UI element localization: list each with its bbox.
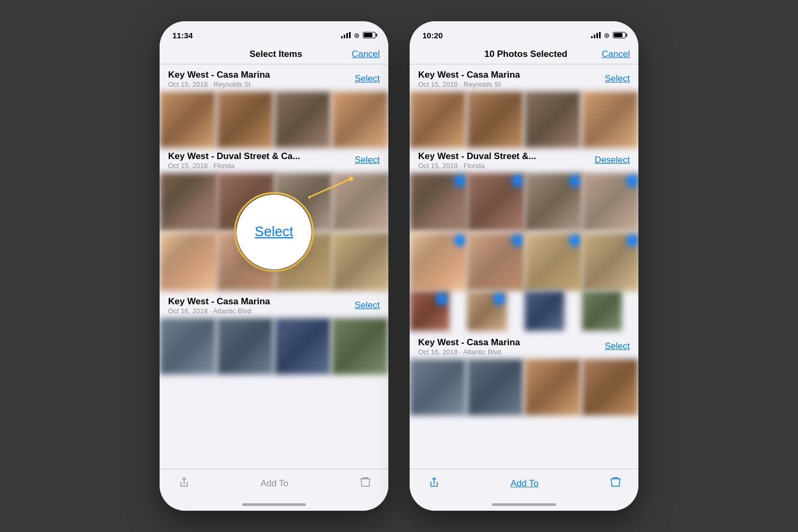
photo-cell	[160, 318, 216, 375]
photo-grid-2a	[410, 92, 638, 145]
status-time-1: 11:34	[172, 31, 193, 40]
callout-select-text[interactable]: Select	[255, 223, 293, 240]
photo-cell[interactable]: ✓	[410, 291, 450, 331]
album-row-2b: Key West - Duval Street &... Oct 15, 201…	[410, 146, 638, 173]
photo-cell	[160, 232, 218, 291]
photo-cell[interactable]: ✓	[525, 173, 583, 231]
nav-title-2: 10 Photos Selected	[485, 49, 568, 60]
signal-icon-2	[591, 32, 601, 38]
album-name-2c: Key West - Casa Marina	[418, 337, 520, 348]
album-row-2c: Key West - Casa Marina Oct 16, 2018 · At…	[410, 332, 638, 359]
album-date-2a: Oct 15, 2018 · Reynolds St	[418, 80, 520, 88]
album-name-1b: Key West - Duval Street & Ca...	[168, 151, 300, 162]
delete-icon-2[interactable]	[610, 476, 621, 492]
album-date-2b: Oct 15, 2018 · Florida	[418, 162, 536, 170]
add-to-button-1[interactable]: Add To	[261, 478, 289, 489]
album-name-2a: Key West - Casa Marina	[418, 70, 520, 80]
photo-cell[interactable]: ✓	[467, 173, 526, 231]
photo-cell[interactable]: ✓	[582, 232, 638, 291]
photo-cell	[410, 92, 466, 148]
photo-cell	[525, 92, 581, 148]
photo-cell	[410, 359, 466, 415]
photo-cell	[467, 92, 523, 148]
photo-cell	[332, 92, 388, 148]
select-button-1c[interactable]: Select	[355, 300, 380, 311]
cancel-button-2[interactable]: Cancel	[602, 49, 630, 60]
photo-grid-1a	[160, 92, 388, 145]
select-button-2c[interactable]: Select	[605, 341, 630, 352]
check-badge: ✓	[493, 293, 505, 305]
delete-icon-1[interactable]	[360, 476, 371, 492]
photo-cell[interactable]: ✓	[410, 232, 468, 291]
share-icon-2[interactable]	[427, 476, 439, 492]
photo-cell	[525, 359, 581, 415]
photo-cell	[467, 359, 523, 415]
check-badge: ✓	[512, 235, 523, 246]
photo-cell	[275, 92, 331, 148]
check-badge: ✓	[436, 293, 447, 305]
check-badge: ✓	[454, 235, 466, 246]
album-row-2a: Key West - Casa Marina Oct 15, 2018 · Re…	[410, 64, 638, 92]
photo-section-1b: Select	[160, 173, 388, 291]
wifi-icon-1: ⊛	[354, 31, 360, 39]
status-icons-2: ⊛	[591, 31, 626, 39]
check-badge: ✓	[569, 175, 581, 187]
status-bar-2: 10:20 ⊛	[410, 21, 638, 45]
photo-cell	[275, 318, 331, 375]
callout-circle-outer: Select	[234, 192, 314, 272]
album-date-2c: Oct 16, 2018 · Atlantic Blvd	[418, 348, 520, 356]
bottom-toolbar-1: Add To	[160, 469, 388, 498]
check-badge: ✓	[569, 235, 581, 246]
select-button-1b[interactable]: Select	[355, 155, 380, 165]
phone-1: 11:34 ⊛ Select Items Cancel Key West - C…	[160, 21, 388, 511]
photo-cell[interactable]: ✓	[467, 232, 526, 291]
status-icons-1: ⊛	[341, 31, 376, 39]
status-time-2: 10:20	[422, 31, 443, 40]
photo-cell[interactable]: ✓	[410, 173, 468, 231]
photo-cell	[217, 92, 273, 148]
photo-grid-1c	[160, 318, 388, 393]
select-callout: Select	[234, 192, 314, 272]
bottom-toolbar-2: Add To	[410, 469, 638, 498]
phone-2: 10:20 ⊛ 10 Photos Selected Cancel Key We…	[410, 21, 638, 511]
photo-cell	[160, 92, 216, 148]
album-row-1b: Key West - Duval Street & Ca... Oct 15, …	[160, 146, 388, 173]
album-date-1b: Oct 15, 2018 · Florida	[168, 162, 300, 170]
album-row-1a: Key West - Casa Marina Oct 15, 2018 · Re…	[160, 64, 388, 92]
photo-cell	[217, 318, 273, 375]
photo-cell	[525, 291, 564, 331]
photo-cell[interactable]: ✓	[467, 291, 507, 331]
photo-cell[interactable]: ✓	[582, 173, 638, 231]
svg-point-1	[349, 177, 353, 181]
photo-grid-2c	[410, 359, 638, 413]
photo-cell[interactable]: ✓	[525, 232, 583, 291]
add-to-button-2[interactable]: Add To	[511, 478, 539, 489]
nav-bar-2: 10 Photos Selected Cancel	[410, 45, 638, 64]
check-badge: ✓	[627, 235, 638, 246]
home-indicator-1	[160, 498, 388, 511]
share-icon-1[interactable]	[177, 476, 189, 492]
check-badge: ✓	[512, 175, 523, 187]
cancel-button-1[interactable]: Cancel	[352, 49, 380, 60]
select-button-2a[interactable]: Select	[605, 73, 630, 84]
album-name-1a: Key West - Casa Marina	[168, 70, 270, 80]
home-indicator-2	[410, 498, 638, 511]
photo-grid-2b: ✓ ✓ ✓ ✓ ✓ ✓ ✓ ✓	[410, 173, 638, 290]
signal-icon-1	[341, 32, 351, 38]
select-button-1a[interactable]: Select	[355, 73, 380, 84]
check-badge: ✓	[627, 175, 638, 187]
photo-cell	[332, 232, 388, 291]
battery-icon-1	[363, 32, 376, 38]
nav-title-1: Select Items	[250, 49, 302, 60]
svg-line-0	[309, 179, 351, 197]
album-date-1a: Oct 15, 2018 · Reynolds St	[168, 80, 270, 88]
album-date-1c: Oct 16, 2018 · Atlantic Blvd	[168, 307, 270, 315]
photo-cell	[582, 291, 622, 331]
status-bar-1: 11:34 ⊛	[160, 21, 388, 45]
photo-cell	[332, 318, 388, 375]
photo-cell	[582, 92, 638, 148]
album-name-1c: Key West - Casa Marina	[168, 296, 270, 307]
album-row-1c: Key West - Casa Marina Oct 16, 2018 · At…	[160, 291, 388, 318]
deselect-button-2b[interactable]: Deselect	[595, 155, 630, 165]
photo-cell	[582, 359, 638, 415]
